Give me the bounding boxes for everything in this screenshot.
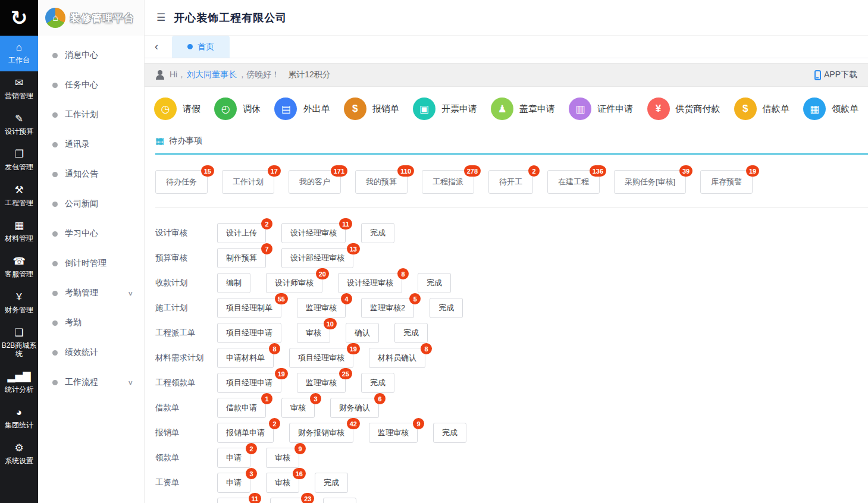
workflow-step-button[interactable]: 申请材料单 8 <box>217 348 274 368</box>
workflow-step-button[interactable]: 审核 3 <box>281 398 315 418</box>
workflow-step-button[interactable]: 审核2 23 <box>270 498 308 503</box>
secondary-nav-item[interactable]: 消息中心 <box>38 40 144 70</box>
workflow-step-button[interactable]: 完成 <box>430 298 463 318</box>
tab-home[interactable]: 首页 <box>172 36 230 58</box>
count-badge: 1 <box>261 393 272 404</box>
quick-action[interactable]: ▣ 开票申请 <box>413 98 477 120</box>
primary-nav-item[interactable]: ❑ B2B商城系统 <box>0 321 38 365</box>
primary-nav-item[interactable]: ◕ 集团统计 <box>0 401 38 436</box>
secondary-nav-item[interactable]: 绩效统计 <box>38 338 144 367</box>
secondary-nav-item[interactable]: 通知公告 <box>38 159 144 189</box>
bullet-dot-icon <box>52 83 58 88</box>
workflow-step-button[interactable]: 项目经理制单 55 <box>217 298 281 318</box>
workflow-step-button[interactable]: 设计上传 2 <box>217 223 266 243</box>
secondary-nav-item[interactable]: 通讯录 <box>38 130 144 159</box>
workflow-name: 设计审核 <box>155 228 217 238</box>
workflow-step-button[interactable]: 监理审核 9 <box>369 423 418 443</box>
workflow-step-button[interactable]: 项目经理申请 19 <box>217 373 281 393</box>
quick-action[interactable]: $ 借款单 <box>734 98 789 120</box>
workflow-step-button[interactable]: 审核 16 <box>266 473 299 493</box>
workflow-step-button[interactable]: 监理审核 4 <box>297 298 346 318</box>
workflow-step-button[interactable]: 完成 <box>323 498 356 503</box>
workflow-step-button[interactable]: 完成 <box>361 373 394 393</box>
greeting-username-link[interactable]: 刘大同董事长 <box>187 70 237 80</box>
workflow-step-button[interactable]: 完成 <box>315 473 348 493</box>
secondary-nav-item[interactable]: 工作计划 <box>38 100 144 130</box>
workflow-step-button[interactable]: 财务确认 6 <box>330 398 379 418</box>
secondary-nav-item[interactable]: 学习中心 <box>38 219 144 249</box>
primary-nav-item[interactable]: ⚒ 工程管理 <box>0 178 38 214</box>
primary-nav-item[interactable]: ☎ 客服管理 <box>0 250 38 285</box>
workflow-step-button[interactable]: 完成 <box>418 273 451 293</box>
workflow-step-button[interactable]: 申请1 11 <box>217 498 255 503</box>
workflow-step-button[interactable]: 确认 <box>346 323 379 343</box>
quick-action[interactable]: ◴ 调休 <box>214 98 261 120</box>
secondary-nav-item[interactable]: 公司新闻 <box>38 189 144 219</box>
workflow-step-button[interactable]: 审核 9 <box>266 448 299 468</box>
todo-filter-tab[interactable]: 采购任务[审核] 39 <box>614 170 686 194</box>
primary-nav-item[interactable]: ¥ 财务管理 <box>0 285 38 321</box>
workflow-steps: 申请 2 审核 9 <box>217 448 299 468</box>
todo-filter-tab[interactable]: 待开工 2 <box>488 170 533 194</box>
secondary-nav-item[interactable]: 倒计时管理 <box>38 249 144 278</box>
primary-nav-item[interactable]: ⌂ 工作台 <box>0 36 38 71</box>
workflow-step-button[interactable]: 借款申请 1 <box>217 398 266 418</box>
workflow-step-label: 设计经理审核 <box>290 228 337 237</box>
todo-filter-tab[interactable]: 我的客户 171 <box>289 170 341 194</box>
todo-filter-tab[interactable]: 工程指派 278 <box>422 170 474 194</box>
quick-action[interactable]: $ 报销单 <box>344 98 399 120</box>
todo-filter-tab[interactable]: 库存预警 19 <box>700 170 753 194</box>
tab-back-button[interactable]: ‹ <box>145 36 168 58</box>
secondary-nav-item[interactable]: 考勤 <box>38 308 144 338</box>
workflow-step-button[interactable]: 制作预算 7 <box>217 248 266 268</box>
primary-nav-item[interactable]: ▦ 材料管理 <box>0 214 38 250</box>
workflow-step-button[interactable]: 完成 <box>394 323 428 343</box>
workflow-step-button[interactable]: 申请 2 <box>217 448 250 468</box>
workflow-step-button[interactable]: 完成 <box>361 223 394 243</box>
quick-action[interactable]: ♟ 盖章申请 <box>491 98 555 120</box>
quick-action[interactable]: ¥ 供货商付款 <box>647 98 720 120</box>
workflow-step-button[interactable]: 报销单申请 2 <box>217 423 274 443</box>
quick-action[interactable]: ◷ 请假 <box>154 98 200 120</box>
todo-filter-label: 我的预算 <box>366 177 397 186</box>
todo-filter-tab[interactable]: 工作计划 17 <box>222 170 274 194</box>
quick-action[interactable]: ▤ 外出单 <box>274 98 330 120</box>
workflow-step-button[interactable]: 财务报销审核 42 <box>289 423 353 443</box>
primary-nav: ⌂ 工作台 ✉ 营销管理 ✎ 设计预算 ❐ 发包管理 ⚒ 工程管理 ▦ 材料管理… <box>0 36 38 472</box>
workflow-step-button[interactable]: 监理审核 25 <box>297 373 346 393</box>
workflow-step-button[interactable]: 审核 10 <box>297 323 330 343</box>
app-root: ↻ ⌂ 工作台 ✉ 营销管理 ✎ 设计预算 ❐ 发包管理 ⚒ 工程管理 ▦ 材料… <box>0 0 868 503</box>
workflow-step-button[interactable]: 设计部经理审核 13 <box>281 248 353 268</box>
todo-tabs: 待办任务 15 工作计划 17 我的客户 171 我的预算 110 工程指派 2… <box>155 155 868 196</box>
supplier-payment-icon: ¥ <box>647 98 670 120</box>
workflow-step-button[interactable]: 申请 3 <box>217 473 250 493</box>
workflow-step-button[interactable]: 项目经理申请 <box>217 323 281 343</box>
primary-nav-item[interactable]: ⚙ 系统设置 <box>0 436 38 472</box>
quick-action[interactable]: ▥ 证件申请 <box>569 98 633 120</box>
workflow-step-button[interactable]: 监理审核2 5 <box>361 298 414 318</box>
app-logo[interactable]: ↻ <box>0 0 38 36</box>
todo-filter-tab[interactable]: 待办任务 15 <box>155 170 208 194</box>
todo-filter-tab[interactable]: 我的预算 110 <box>355 170 408 194</box>
primary-nav-item[interactable]: ✉ 营销管理 <box>0 71 38 107</box>
quick-action[interactable]: ▦ 领款单 <box>803 98 858 120</box>
primary-nav-item[interactable]: ✎ 设计预算 <box>0 107 38 143</box>
app-download-link[interactable]: APP下载 <box>814 70 857 80</box>
count-badge: 10 <box>324 318 337 329</box>
workflow-step-button[interactable]: 设计师审核 20 <box>266 273 322 293</box>
secondary-nav-item[interactable]: 任务中心 <box>38 70 144 100</box>
secondary-nav-item[interactable]: 工作流程 ∨ <box>38 367 144 397</box>
workflow-step-button[interactable]: 设计经理审核 11 <box>281 223 346 243</box>
tabs-divider <box>155 207 868 208</box>
menu-toggle-icon[interactable]: ☰ <box>156 11 165 24</box>
content-scroll[interactable]: Hi， 刘大同董事长 ，傍晚好！ 累计12积分 APP下载 ◷ 请假 ◴ 调休 … <box>145 58 868 503</box>
primary-nav-item[interactable]: ❐ 发包管理 <box>0 143 38 178</box>
workflow-step-button[interactable]: 编制 <box>217 273 250 293</box>
workflow-step-button[interactable]: 设计经理审核 8 <box>338 273 402 293</box>
workflow-step-button[interactable]: 材料员确认 8 <box>369 348 425 368</box>
secondary-nav-item[interactable]: 考勤管理 ∨ <box>38 278 144 308</box>
workflow-step-button[interactable]: 完成 <box>433 423 466 443</box>
workflow-step-button[interactable]: 项目经理审核 19 <box>289 348 353 368</box>
todo-filter-tab[interactable]: 在建工程 136 <box>547 170 600 194</box>
primary-nav-item[interactable]: ▂▅▇ 统计分析 <box>0 365 38 401</box>
